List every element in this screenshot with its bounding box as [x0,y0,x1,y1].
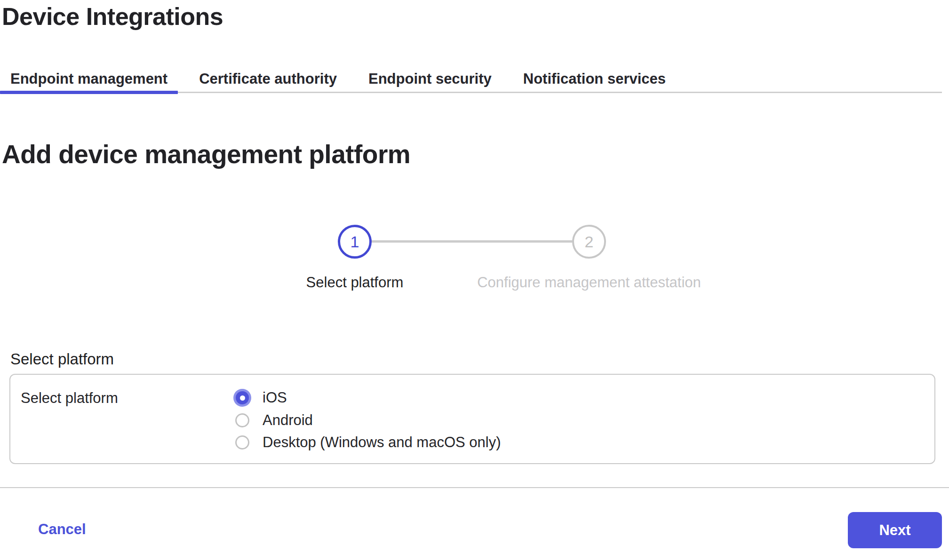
select-platform-fieldset: Select platform iOS Android Desktop (Win… [9,374,935,464]
radio-option-ios[interactable]: iOS [233,386,287,409]
radio-unselected-icon[interactable] [235,435,249,450]
tab-label: Certificate authority [199,71,337,87]
tab-endpoint-management[interactable]: Endpoint management [0,66,178,92]
tab-label: Notification services [523,71,666,87]
wizard-heading: Add device management platform [2,138,410,170]
cancel-button[interactable]: Cancel [38,520,86,539]
radio-option-label: iOS [263,388,287,407]
step-1-indicator: 1 [338,225,372,259]
radio-core [236,391,249,404]
tab-certificate-authority[interactable]: Certificate authority [189,66,347,92]
tab-label: Endpoint security [368,71,492,87]
step-2-label: Configure management attestation [467,274,711,292]
next-button[interactable]: Next [848,512,942,548]
radio-slot [233,409,251,432]
footer-divider [0,487,949,488]
radio-option-label: Android [263,411,313,430]
step-1-label: Select platform [232,274,477,292]
radio-option-android[interactable]: Android [233,409,313,432]
stepper-connector [372,240,572,243]
step-1-number: 1 [351,233,359,251]
step-2-indicator: 2 [572,225,606,259]
tab-endpoint-security[interactable]: Endpoint security [358,66,502,92]
tab-bar: Endpoint management Certificate authorit… [0,66,942,93]
radio-selected-icon[interactable] [233,389,251,407]
tab-label: Endpoint management [10,71,167,87]
field-label: Select platform [21,389,118,407]
radio-option-desktop[interactable]: Desktop (Windows and macOS only) [233,431,501,454]
step-2-number: 2 [585,233,594,251]
radio-unselected-icon[interactable] [235,413,249,427]
form-section-heading: Select platform [10,350,114,369]
radio-slot [233,386,251,409]
device-integrations-page: Device Integrations Endpoint management … [0,0,949,560]
radio-dot [240,395,245,401]
tab-notification-services[interactable]: Notification services [513,66,676,92]
radio-slot [233,431,251,454]
page-title: Device Integrations [2,1,223,32]
radio-option-label: Desktop (Windows and macOS only) [263,433,501,452]
